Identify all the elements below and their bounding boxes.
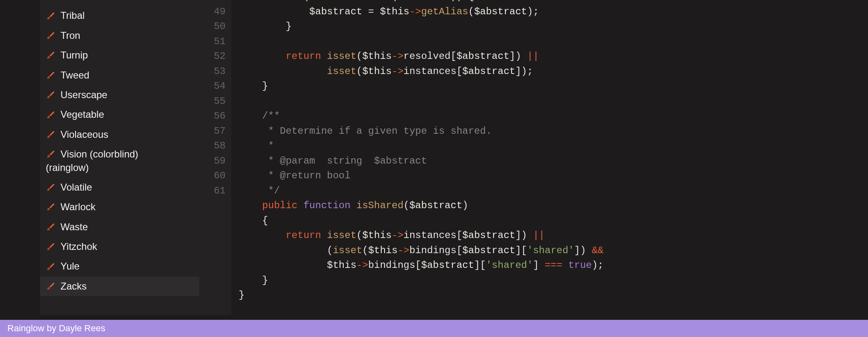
line-number: 51 <box>199 34 226 49</box>
code-editor[interactable]: 4849505152535455565758596061 if ($this->… <box>199 0 868 315</box>
line-number-gutter: 4849505152535455565758596061 <box>199 0 231 315</box>
line-number: 59 <box>199 154 226 169</box>
code-line[interactable]: public function isShared($abstract) <box>231 198 868 213</box>
theme-item-label: Userscape <box>60 88 107 101</box>
line-number: 49 <box>199 4 226 20</box>
theme-item-label: Tron <box>60 29 80 42</box>
theme-item[interactable]: Tron <box>40 26 199 45</box>
theme-list-sidebar: TonicTribalTronTurnipTweedUserscapeVeget… <box>40 0 199 315</box>
code-line[interactable]: * @param string $abstract <box>231 154 868 169</box>
code-line[interactable]: return isset($this->instances[$abstract]… <box>231 228 868 243</box>
code-line[interactable]: /** <box>231 109 868 124</box>
footer-text: Rainglow by Dayle Rees <box>7 323 105 334</box>
theme-item-label: Tweed <box>60 69 89 82</box>
code-line[interactable]: * Determine if a given type is shared. <box>231 124 868 139</box>
theme-item[interactable]: Vegetable <box>40 105 199 124</box>
code-line[interactable] <box>231 34 868 49</box>
brush-icon <box>46 31 55 40</box>
theme-item[interactable]: Tweed <box>40 65 199 85</box>
code-line[interactable]: return isset($this->resolved[$abstract])… <box>231 49 868 64</box>
theme-item[interactable]: Yule <box>40 256 199 276</box>
code-line[interactable]: } <box>231 288 868 303</box>
brush-icon <box>46 90 55 99</box>
code-line[interactable]: $this->bindings[$abstract]['shared'] ===… <box>231 258 868 273</box>
line-number: 58 <box>199 139 226 154</box>
footer-bar: Rainglow by Dayle Rees <box>0 320 868 337</box>
brush-icon <box>46 130 55 139</box>
theme-item-sublabel: (rainglow) <box>46 161 194 174</box>
line-number: 50 <box>199 19 226 34</box>
line-number: 53 <box>199 64 226 79</box>
code-line[interactable] <box>231 94 868 109</box>
theme-item-label: Warlock <box>60 200 96 213</box>
theme-item[interactable]: Tribal <box>40 6 199 25</box>
theme-item[interactable]: Turnip <box>40 45 199 65</box>
app-root: TonicTribalTronTurnipTweedUserscapeVeget… <box>0 0 868 337</box>
line-number: 60 <box>199 168 226 184</box>
line-number: 57 <box>199 124 226 139</box>
theme-item[interactable]: Warlock <box>40 197 199 217</box>
theme-item-label: Tonic <box>60 0 83 2</box>
theme-item[interactable]: Waste <box>40 217 199 237</box>
code-line[interactable]: * @return bool <box>231 168 868 184</box>
code-line[interactable]: $abstract = $this->getAlias($abstract); <box>231 4 868 20</box>
line-number: 61 <box>199 184 226 199</box>
brush-icon <box>46 150 55 159</box>
theme-item[interactable]: Vision (colorblind)(rainglow) <box>40 144 199 177</box>
theme-item[interactable]: Yitzchok <box>40 237 199 256</box>
code-area[interactable]: if ($this->isAlias($abstract)) { $abstra… <box>231 0 868 303</box>
code-line[interactable]: } <box>231 79 868 94</box>
line-number: 52 <box>199 49 226 64</box>
theme-item-label: Turnip <box>60 49 88 62</box>
brush-icon <box>46 282 55 291</box>
brush-icon <box>46 51 55 60</box>
theme-item[interactable]: Tonic <box>40 0 199 6</box>
line-number: 48 <box>199 0 226 4</box>
line-number: 56 <box>199 109 226 124</box>
line-number: 55 <box>199 94 226 109</box>
theme-list: TonicTribalTronTurnipTweedUserscapeVeget… <box>40 0 199 296</box>
theme-item[interactable]: Violaceous <box>40 125 199 144</box>
brush-icon <box>46 183 55 192</box>
brush-icon <box>46 71 55 80</box>
theme-item-label: Volatile <box>60 181 92 194</box>
brush-icon <box>46 222 55 231</box>
code-line[interactable]: isset($this->instances[$abstract]); <box>231 64 868 79</box>
brush-icon <box>46 262 55 271</box>
theme-item-label: Tribal <box>60 9 85 22</box>
brush-icon <box>46 0 55 0</box>
code-line[interactable]: { <box>231 213 868 229</box>
brush-icon <box>46 110 55 119</box>
theme-item[interactable]: Userscape <box>40 85 199 105</box>
code-line[interactable]: } <box>231 273 868 288</box>
code-line[interactable]: (isset($this->bindings[$abstract]['share… <box>231 243 868 258</box>
theme-item-label: Waste <box>60 220 88 234</box>
line-number: 54 <box>199 79 226 94</box>
theme-item-label: Vegetable <box>60 108 104 121</box>
theme-item-label: Violaceous <box>60 128 108 141</box>
theme-item-label: Yule <box>60 260 80 273</box>
theme-item-label: Yitzchok <box>60 240 97 253</box>
brush-icon <box>46 11 55 20</box>
theme-item-label: Zacks <box>60 280 87 293</box>
theme-item[interactable]: Volatile <box>40 177 199 197</box>
code-line[interactable]: */ <box>231 184 868 199</box>
brush-icon <box>46 202 55 211</box>
code-line[interactable]: } <box>231 19 868 34</box>
theme-item-label: Vision (colorblind) <box>60 148 138 161</box>
brush-icon <box>46 242 55 251</box>
code-line[interactable]: if ($this->isAlias($abstract)) { <box>231 0 868 4</box>
theme-item[interactable]: Zacks <box>40 276 199 296</box>
code-line[interactable]: * <box>231 139 868 154</box>
